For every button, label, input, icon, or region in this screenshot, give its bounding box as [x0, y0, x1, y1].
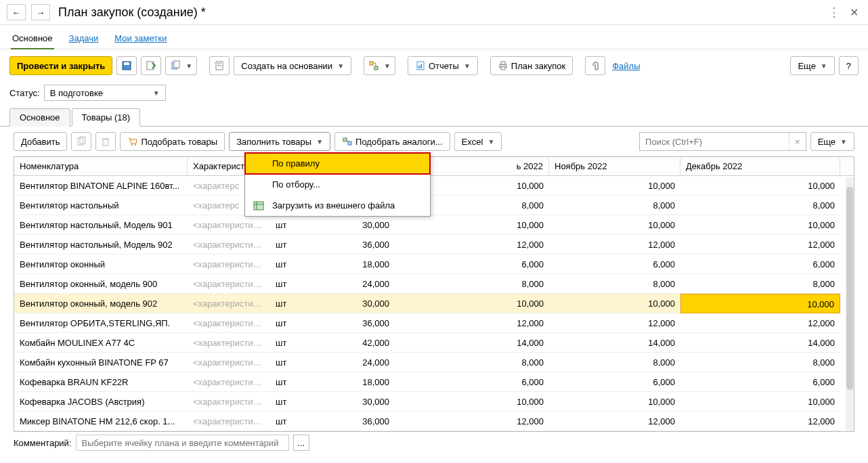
scrollbar[interactable]: [846, 177, 854, 431]
cell-m2[interactable]: 12,000: [549, 235, 680, 255]
nav-forward-button[interactable]: →: [31, 4, 50, 20]
cell-nomenclature[interactable]: Миксер BINATONE HM 212,6 скор. 1...: [14, 412, 188, 431]
col-month3[interactable]: Декабрь 2022: [680, 157, 840, 175]
tab-tasks[interactable]: Задачи: [68, 29, 100, 49]
cell-total[interactable]: шт30,000: [270, 392, 395, 412]
post-button[interactable]: [141, 56, 161, 75]
cell-m3[interactable]: 6,000: [680, 255, 840, 274]
table-more-button[interactable]: Еще▼: [810, 132, 854, 151]
cell-total[interactable]: шт30,000: [270, 294, 395, 313]
cell-characteristic[interactable]: <характеристики...: [188, 215, 270, 235]
add-button[interactable]: Добавить: [14, 132, 67, 151]
cell-m2[interactable]: 12,000: [549, 313, 680, 333]
nav-back-button[interactable]: ←: [7, 4, 26, 20]
tab-notes[interactable]: Мои заметки: [113, 29, 168, 49]
cell-m1[interactable]: 10,000: [395, 215, 549, 235]
cell-m2[interactable]: 6,000: [549, 255, 680, 274]
cell-m2[interactable]: 14,000: [549, 333, 680, 353]
cell-m2[interactable]: 8,000: [549, 274, 680, 294]
cell-m1[interactable]: 6,000: [395, 255, 549, 274]
cell-characteristic[interactable]: <характеристики...: [188, 274, 270, 294]
comment-input[interactable]: [76, 435, 289, 451]
cell-m1[interactable]: 14,000: [395, 333, 549, 353]
cell-total[interactable]: шт24,000: [270, 274, 395, 294]
cell-nomenclature[interactable]: Кофеварка JACOBS (Австрия): [14, 392, 188, 412]
cell-nomenclature[interactable]: Вентилятор настольный, Модель 902: [14, 235, 188, 255]
col-nomenclature[interactable]: Номенклатура: [14, 157, 188, 175]
cell-nomenclature[interactable]: Комбайн кухонный BINATONE FP 67: [14, 353, 188, 372]
copy-row-button[interactable]: [71, 132, 91, 151]
delete-row-button[interactable]: [95, 132, 116, 151]
cell-total[interactable]: шт36,000: [270, 235, 395, 255]
cell-m3[interactable]: 8,000: [680, 353, 840, 372]
cell-m1[interactable]: 12,000: [395, 412, 549, 431]
cell-nomenclature[interactable]: Кофеварка BRAUN KF22R: [14, 372, 188, 392]
cell-m3[interactable]: 12,000: [680, 235, 840, 255]
cell-m3[interactable]: 6,000: [680, 372, 840, 392]
help-button[interactable]: ?: [839, 56, 859, 75]
excel-button[interactable]: Excel▼: [454, 132, 502, 151]
cell-m2[interactable]: 10,000: [549, 294, 680, 313]
menu-by-rule[interactable]: По правилу: [245, 153, 430, 174]
tab-inner-main[interactable]: Основное: [9, 108, 70, 127]
cell-total[interactable]: шт30,000: [270, 215, 395, 235]
cell-m3[interactable]: 14,000: [680, 333, 840, 353]
cell-nomenclature[interactable]: Вентилятор оконный, модель 900: [14, 274, 188, 294]
cell-m1[interactable]: 8,000: [395, 353, 549, 372]
cell-nomenclature[interactable]: Вентилятор настольный, Модель 901: [14, 215, 188, 235]
pick-analogs-button[interactable]: Подобрать аналоги...: [334, 132, 450, 151]
cell-m3[interactable]: 8,000: [680, 196, 840, 215]
cell-m2[interactable]: 8,000: [549, 353, 680, 372]
cell-m2[interactable]: 10,000: [549, 392, 680, 412]
scrollbar-thumb[interactable]: [846, 187, 853, 390]
cell-m1[interactable]: 12,000: [395, 235, 549, 255]
tab-main[interactable]: Основное: [11, 29, 54, 49]
cell-nomenclature[interactable]: Вентилятор оконный, модель 902: [14, 294, 188, 313]
cell-characteristic[interactable]: <характеристики...: [188, 294, 270, 313]
cell-m3[interactable]: 10,000: [680, 176, 840, 196]
reports-button[interactable]: Отчеты ▼: [408, 56, 478, 75]
fill-goods-button[interactable]: Заполнить товары▼: [229, 132, 330, 151]
attach-button[interactable]: [585, 56, 605, 75]
cell-characteristic[interactable]: <характеристики...: [188, 235, 270, 255]
cell-m3[interactable]: 10,000: [680, 215, 840, 235]
cell-m3[interactable]: 10,000: [680, 294, 840, 313]
cell-m3[interactable]: 10,000: [680, 392, 840, 412]
cell-m1[interactable]: 12,000: [395, 313, 549, 333]
cell-nomenclature[interactable]: Вентилятор настольный: [14, 196, 188, 215]
cell-total[interactable]: шт36,000: [270, 313, 395, 333]
structure-button[interactable]: ▼: [364, 56, 395, 75]
comment-expand-button[interactable]: ...: [293, 435, 309, 451]
tab-inner-goods[interactable]: Товары (18): [72, 108, 140, 127]
save-button[interactable]: [116, 56, 137, 75]
cell-m2[interactable]: 10,000: [549, 215, 680, 235]
cell-m2[interactable]: 10,000: [549, 176, 680, 196]
close-button[interactable]: ✕: [847, 6, 861, 19]
cell-m1[interactable]: 10,000: [395, 294, 549, 313]
cell-m2[interactable]: 12,000: [549, 412, 680, 431]
cell-total[interactable]: шт36,000: [270, 412, 395, 431]
print-plan-button[interactable]: План закупок: [490, 56, 573, 75]
pick-goods-button[interactable]: Подобрать товары: [120, 132, 225, 151]
cell-total[interactable]: шт42,000: [270, 333, 395, 353]
cell-m3[interactable]: 12,000: [680, 412, 840, 431]
cell-nomenclature[interactable]: Вентилятор оконный: [14, 255, 188, 274]
create-based-button[interactable]: Создать на основании▼: [234, 56, 351, 75]
copy-button[interactable]: ▼: [165, 56, 197, 75]
more-button[interactable]: Еще▼: [790, 56, 834, 75]
clear-search-button[interactable]: ×: [789, 133, 806, 150]
cell-m3[interactable]: 12,000: [680, 313, 840, 333]
cell-characteristic[interactable]: <характеристики...: [188, 333, 270, 353]
search-input[interactable]: [640, 137, 789, 147]
cell-characteristic[interactable]: <характеристики...: [188, 392, 270, 412]
cell-m1[interactable]: 6,000: [395, 372, 549, 392]
cell-characteristic[interactable]: <характеристики...: [188, 353, 270, 372]
menu-by-filter[interactable]: По отбору...: [245, 174, 430, 195]
files-link[interactable]: Файлы: [612, 61, 640, 71]
cell-m2[interactable]: 8,000: [549, 196, 680, 215]
cell-total[interactable]: шт18,000: [270, 255, 395, 274]
col-month2[interactable]: Ноябрь 2022: [549, 157, 680, 175]
cell-m1[interactable]: 10,000: [395, 392, 549, 412]
cell-characteristic[interactable]: <характеристики...: [188, 372, 270, 392]
cell-total[interactable]: шт18,000: [270, 372, 395, 392]
